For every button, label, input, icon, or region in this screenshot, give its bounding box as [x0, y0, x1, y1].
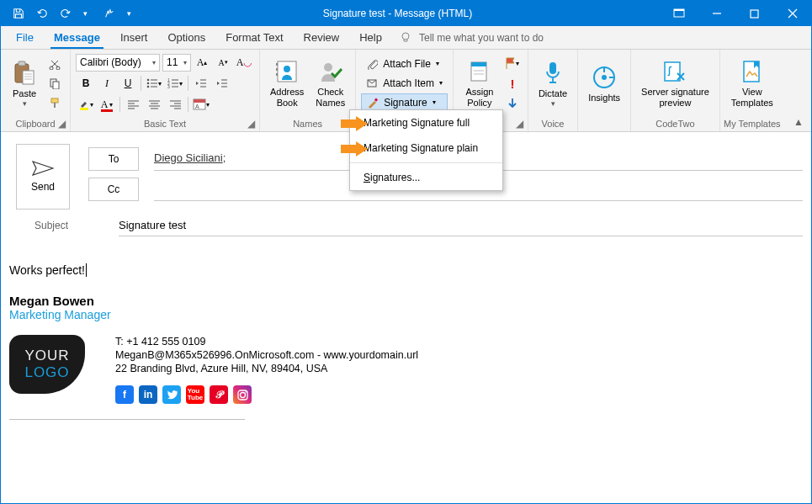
- signature-option-plain[interactable]: Marketing Signature plain: [350, 135, 502, 161]
- tell-me-label: Tell me what you want to do: [419, 32, 544, 44]
- align-left-icon: [128, 100, 139, 109]
- bold-button[interactable]: B: [76, 74, 96, 93]
- collapse-ribbon-button[interactable]: ▲: [786, 50, 811, 131]
- tab-format-text[interactable]: Format Text: [215, 26, 293, 50]
- touch-mode-button[interactable]: [98, 3, 120, 24]
- svg-rect-18: [54, 103, 56, 108]
- outdent-icon: [195, 78, 207, 88]
- attach-file-button[interactable]: Attach File▾: [361, 55, 448, 73]
- tab-file[interactable]: File: [6, 26, 44, 50]
- subject-field[interactable]: Signature test: [119, 215, 803, 236]
- tell-me[interactable]: Tell me what you want to do: [399, 31, 544, 45]
- clipboard-launcher[interactable]: ◢: [56, 118, 67, 129]
- numbering-button[interactable]: 123▾: [165, 74, 185, 93]
- svg-rect-65: [549, 62, 556, 74]
- high-importance-button[interactable]: !: [502, 74, 523, 93]
- font-name-select[interactable]: Calibri (Body)▾: [76, 54, 160, 72]
- font-name-value: Calibri (Body): [80, 56, 141, 68]
- dropdown-separator: [350, 162, 502, 163]
- codetwo-icon: ʃ: [661, 58, 688, 85]
- signature-option-full[interactable]: Marketing Signature full: [350, 110, 502, 135]
- underline-button[interactable]: U: [118, 74, 138, 93]
- chevron-down-icon: ▾: [551, 99, 555, 108]
- decrease-indent-button[interactable]: [191, 74, 211, 93]
- server-signature-preview-button[interactable]: ʃ Server signature preview: [636, 53, 714, 114]
- tab-review[interactable]: Review: [294, 26, 350, 50]
- low-importance-button[interactable]: [502, 94, 523, 113]
- facebook-icon[interactable]: f: [115, 385, 134, 404]
- svg-rect-62: [471, 62, 486, 66]
- server-signature-label: Server signature preview: [641, 87, 709, 109]
- close-button[interactable]: [773, 1, 811, 26]
- attach-item-button[interactable]: Attach Item▾: [361, 74, 448, 93]
- send-button[interactable]: Send: [16, 144, 70, 210]
- font-size-select[interactable]: 11▾: [162, 54, 191, 72]
- insights-button[interactable]: Insights: [583, 53, 625, 114]
- italic-button[interactable]: I: [97, 74, 117, 93]
- subject-value: Signature test: [119, 219, 186, 231]
- tab-options[interactable]: Options: [157, 26, 215, 50]
- align-right-button[interactable]: [165, 95, 185, 114]
- signatures-settings[interactable]: Signatures...: [350, 165, 502, 190]
- tags-launcher[interactable]: ◢: [514, 118, 525, 129]
- pinterest-icon[interactable]: 𝒫: [210, 385, 228, 404]
- svg-rect-17: [51, 98, 58, 103]
- dictate-button[interactable]: Dictate ▾: [533, 53, 572, 114]
- maximize-button[interactable]: [735, 1, 773, 26]
- svg-rect-55: [276, 68, 278, 71]
- tab-message[interactable]: Message: [44, 26, 110, 50]
- assign-policy-button[interactable]: Assign Policy: [459, 53, 501, 114]
- increase-indent-button[interactable]: [212, 74, 232, 93]
- align-right-icon: [170, 100, 181, 109]
- instagram-icon[interactable]: [233, 385, 252, 404]
- check-names-button[interactable]: Check Names: [310, 53, 350, 114]
- save-button[interactable]: [8, 3, 29, 24]
- qat-dropdown[interactable]: ▾: [78, 3, 92, 24]
- qat-dropdown-2[interactable]: ▾: [122, 3, 135, 24]
- svg-point-21: [147, 82, 150, 85]
- grow-font-button[interactable]: A▴: [192, 53, 212, 72]
- cc-button[interactable]: Cc: [88, 178, 139, 201]
- align-left-button[interactable]: [123, 95, 143, 114]
- ribbon-display-button[interactable]: [660, 1, 698, 26]
- microphone-icon: [539, 60, 566, 87]
- address-book-button[interactable]: Address Book: [265, 53, 309, 114]
- styles-button[interactable]: A▾: [191, 95, 211, 114]
- copy-button[interactable]: [45, 74, 65, 93]
- highlight-button[interactable]: ▾: [76, 95, 96, 114]
- paste-button[interactable]: Paste ▾: [6, 53, 43, 114]
- highlight-icon: [78, 98, 90, 110]
- linkedin-icon[interactable]: in: [139, 385, 157, 404]
- to-button[interactable]: To: [88, 147, 139, 171]
- recipient-chip[interactable]: Diego Siciliani: [154, 151, 223, 164]
- tab-help[interactable]: Help: [349, 26, 392, 50]
- format-painter-button[interactable]: [45, 93, 65, 112]
- message-body[interactable]: Works perfect! Megan Bowen Marketing Man…: [1, 245, 811, 428]
- shrink-font-button[interactable]: A▾: [213, 53, 233, 72]
- attach-item-icon: [366, 77, 378, 89]
- signature-details: T: +1 412 555 0109 MeganB@M365x526996.On…: [115, 335, 418, 375]
- bullets-button[interactable]: ▾: [144, 74, 164, 93]
- follow-up-button[interactable]: ▾: [502, 54, 523, 72]
- cut-button[interactable]: [45, 55, 65, 73]
- view-templates-button[interactable]: View Templates: [725, 53, 779, 114]
- twitter-icon[interactable]: [162, 385, 181, 404]
- font-color-button[interactable]: A▾: [97, 95, 117, 114]
- attach-item-label: Attach Item: [383, 77, 434, 89]
- redo-button[interactable]: [55, 3, 77, 24]
- align-center-button[interactable]: [144, 95, 164, 114]
- youtube-icon[interactable]: YouTube: [186, 385, 204, 404]
- svg-point-74: [240, 392, 245, 397]
- window-title: Signature test - Message (HTML): [135, 8, 660, 19]
- svg-point-19: [147, 79, 150, 82]
- clear-formatting-button[interactable]: A◡: [234, 53, 254, 72]
- tab-insert[interactable]: Insert: [110, 26, 158, 50]
- undo-button[interactable]: [31, 3, 53, 24]
- basic-text-launcher[interactable]: ◢: [246, 118, 257, 129]
- svg-rect-9: [23, 71, 34, 84]
- policy-icon: [466, 58, 493, 85]
- signature-dropdown: Marketing Signature full Marketing Signa…: [349, 109, 503, 191]
- minimize-button[interactable]: [698, 1, 735, 26]
- group-clipboard: Paste ▾ Clipboard ◢: [1, 50, 71, 131]
- cut-icon: [49, 58, 61, 70]
